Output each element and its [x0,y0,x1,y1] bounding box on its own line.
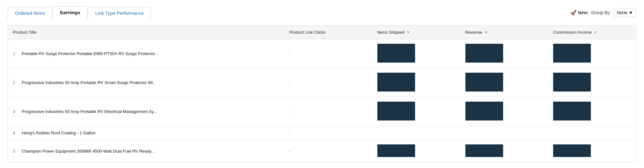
group-by-area: 🚀 New: Group By: None ▼ [570,8,636,17]
tab-earnings[interactable]: Earnings [53,6,87,19]
items-shipped-cell [372,68,460,97]
sort-icon-items-shipped: ▼ [406,30,410,35]
items-shipped-cell [372,39,460,68]
blocked-data-bar [553,144,591,157]
blocked-data-bar [465,73,503,92]
revenue-cell [460,97,548,126]
commission-cell [548,68,636,97]
commission-cell [548,39,636,68]
blocked-data-bar [553,44,591,63]
rocket-icon: 🚀 [570,10,577,16]
sort-icon-commission: ▼ [594,30,597,35]
product-link-clicks-cell: - [284,140,372,163]
revenue-cell [460,126,548,140]
blocked-data-bar [553,73,591,92]
product-link-clicks-cell: - [284,39,372,68]
blocked-data-bar [377,102,415,120]
page-container: Ordered Items Earnings Link Type Perform… [0,0,644,168]
product-link-clicks-cell: - [284,97,372,126]
product-title-cell: 4 Heng's Rubber Roof Coating - 1 Gallon [8,126,284,140]
product-title-cell: 5 Champion Power Equipment 200988 4500-W… [8,140,284,163]
commission-cell [548,97,636,126]
new-label: New: [578,10,588,15]
revenue-cell [460,39,548,68]
tabs-nav: Ordered Items Earnings Link Type Perform… [8,6,152,19]
product-title-cell: 1 Portable RV Surge Protector Portable E… [8,39,284,68]
product-title-text: Progressive Industries 50 Amp Portable R… [22,109,157,114]
new-badge: 🚀 New: [570,10,588,16]
product-link-clicks-cell: - [284,68,372,97]
row-rank: 5 [13,149,19,154]
blocked-data-bar [465,102,503,120]
table-header-row: Product Title Product Link Clicks Items … [8,25,636,39]
commission-cell [548,126,636,140]
group-by-label: Group By: [591,10,611,15]
blocked-data-bar [377,44,415,63]
table-row: 1 Portable RV Surge Protector Portable E… [8,39,636,68]
col-header-revenue[interactable]: Revenue ▼ [460,25,548,39]
chevron-down-icon: ▼ [629,10,633,15]
items-shipped-cell [372,140,460,163]
group-by-value: None [617,10,627,15]
row-rank: 1 [13,51,19,56]
group-by-select[interactable]: None ▼ [613,8,636,17]
blocked-data-bar [553,102,591,120]
blocked-data-bar [377,144,415,157]
items-shipped-cell [372,97,460,126]
col-header-commission-income[interactable]: Commission Income ▼ [548,25,636,39]
row-rank: 3 [13,109,19,114]
table-row: 3 Progressive Industries 50 Amp Portable… [8,97,636,126]
blocked-data-bar [465,44,503,63]
product-title-text: Portable RV Surge Protector Portable EMS… [22,51,158,56]
tab-link-type-performance[interactable]: Link Type Performance [88,7,151,19]
table-row: 4 Heng's Rubber Roof Coating - 1 Gallon … [8,126,636,140]
revenue-cell [460,140,548,163]
items-shipped-cell [372,126,460,140]
product-title-text: Heng's Rubber Roof Coating - 1 Gallon [22,131,95,135]
product-title-cell: 2 Progressive Industries 30 Amp Portable… [8,68,284,97]
product-title-text: Champion Power Equipment 200988 4500-Wat… [22,149,155,154]
product-link-clicks-cell: - [284,126,372,140]
table-row: 2 Progressive Industries 30 Amp Portable… [8,68,636,97]
product-title-cell: 3 Progressive Industries 50 Amp Portable… [8,97,284,126]
table-wrapper: Product Title Product Link Clicks Items … [8,25,636,163]
row-rank: 2 [13,80,19,85]
table-row: 5 Champion Power Equipment 200988 4500-W… [8,140,636,163]
row-rank: 4 [13,131,19,135]
tab-ordered-items[interactable]: Ordered Items [8,7,52,19]
blocked-data-bar [465,144,503,157]
sort-icon-revenue: ▼ [484,30,488,35]
data-table: Product Title Product Link Clicks Items … [8,25,636,162]
blocked-data-bar [377,73,415,92]
col-header-product-link-clicks: Product Link Clicks [284,25,372,39]
col-header-items-shipped[interactable]: Items Shipped ▼ [372,25,460,39]
revenue-cell [460,68,548,97]
col-header-product-title: Product Title [8,25,284,39]
commission-cell [548,140,636,163]
tabs-row: Ordered Items Earnings Link Type Perform… [8,6,636,19]
product-title-text: Progressive Industries 30 Amp Portable R… [22,80,156,85]
